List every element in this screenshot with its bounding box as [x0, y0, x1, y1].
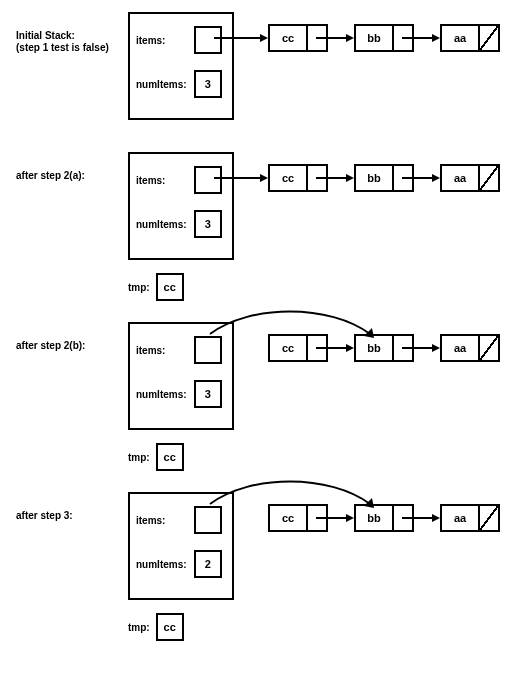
tmp-field: tmp: cc [128, 612, 184, 642]
numitems-field: numItems: 3 [136, 70, 228, 100]
tmp-value: cc [156, 613, 184, 641]
node-data: aa [442, 506, 480, 530]
list-node: cc [268, 24, 328, 52]
stage-label: after step 2(a): [16, 170, 126, 182]
tmp-label: tmp: [128, 282, 150, 293]
stage-label: after step 3: [16, 510, 126, 522]
items-label: items: [136, 345, 191, 356]
svg-marker-7 [260, 174, 268, 182]
list-node-last: aa [440, 504, 500, 532]
items-label: items: [136, 175, 191, 186]
numitems-field: numItems: 3 [136, 380, 228, 410]
node-data: aa [442, 336, 480, 360]
svg-marker-16 [432, 344, 440, 352]
stage-step2b: after step 2(b): items: numItems: 3 cc b… [0, 310, 520, 480]
numitems-value: 3 [194, 70, 222, 98]
node-next-null [480, 506, 498, 530]
node-next-null [480, 26, 498, 50]
items-field: items: [136, 336, 228, 366]
numitems-label: numItems: [136, 219, 191, 230]
svg-marker-3 [346, 34, 354, 42]
svg-marker-14 [346, 344, 354, 352]
node-next-ptr [394, 506, 412, 530]
node-next-ptr [394, 26, 412, 50]
list-node-last: aa [440, 334, 500, 362]
numitems-value: 2 [194, 550, 222, 578]
list-node: bb [354, 334, 414, 362]
node-next-ptr [394, 166, 412, 190]
svg-marker-11 [432, 174, 440, 182]
tmp-value: cc [156, 443, 184, 471]
svg-marker-1 [260, 34, 268, 42]
list-node: cc [268, 164, 328, 192]
list-node: cc [268, 504, 328, 532]
stack-object: items: numItems: 3 [128, 12, 234, 120]
items-field: items: [136, 166, 228, 196]
svg-marker-19 [346, 514, 354, 522]
stack-object: items: numItems: 3 [128, 322, 234, 430]
tmp-value: cc [156, 273, 184, 301]
tmp-label: tmp: [128, 452, 150, 463]
stage-label: after step 2(b): [16, 340, 126, 352]
stage-label-line1: after step 3: [16, 510, 73, 521]
node-data: cc [270, 166, 308, 190]
items-pointer-box [194, 336, 222, 364]
svg-marker-9 [346, 174, 354, 182]
node-data: cc [270, 506, 308, 530]
stage-step3: after step 3: items: numItems: 2 cc bb a… [0, 480, 520, 650]
numitems-label: numItems: [136, 559, 191, 570]
stage-initial: Initial Stack: (step 1 test is false) it… [0, 0, 520, 140]
items-field: items: [136, 26, 228, 56]
numitems-value: 3 [194, 380, 222, 408]
numitems-value: 3 [194, 210, 222, 238]
items-label: items: [136, 35, 191, 46]
list-node: bb [354, 24, 414, 52]
list-node: cc [268, 334, 328, 362]
items-pointer-box [194, 26, 222, 54]
node-data: aa [442, 166, 480, 190]
items-label: items: [136, 515, 191, 526]
svg-marker-21 [432, 514, 440, 522]
node-data: cc [270, 26, 308, 50]
node-next-ptr [308, 166, 326, 190]
node-data: bb [356, 336, 394, 360]
items-pointer-box [194, 166, 222, 194]
list-node-last: aa [440, 164, 500, 192]
node-data: aa [442, 26, 480, 50]
node-data: bb [356, 506, 394, 530]
node-data: bb [356, 166, 394, 190]
list-node: bb [354, 504, 414, 532]
stage-label-line1: after step 2(a): [16, 170, 85, 181]
node-data: cc [270, 336, 308, 360]
stack-object: items: numItems: 2 [128, 492, 234, 600]
tmp-field: tmp: cc [128, 272, 184, 302]
numitems-field: numItems: 3 [136, 210, 228, 240]
numitems-label: numItems: [136, 79, 191, 90]
list-node-last: aa [440, 24, 500, 52]
node-data: bb [356, 26, 394, 50]
stage-step2a: after step 2(a): items: numItems: 3 cc b… [0, 140, 520, 310]
stage-label: Initial Stack: (step 1 test is false) [16, 30, 126, 54]
stack-object: items: numItems: 3 [128, 152, 234, 260]
node-next-ptr [394, 336, 412, 360]
node-next-null [480, 336, 498, 360]
numitems-field: numItems: 2 [136, 550, 228, 580]
stage-label-line1: Initial Stack: [16, 30, 75, 41]
items-field: items: [136, 506, 228, 536]
node-next-null [480, 166, 498, 190]
tmp-field: tmp: cc [128, 442, 184, 472]
stage-label-line2: (step 1 test is false) [16, 42, 109, 53]
tmp-label: tmp: [128, 622, 150, 633]
numitems-label: numItems: [136, 389, 191, 400]
node-next-ptr [308, 26, 326, 50]
items-pointer-box [194, 506, 222, 534]
svg-marker-5 [432, 34, 440, 42]
node-next-ptr [308, 336, 326, 360]
stage-label-line1: after step 2(b): [16, 340, 85, 351]
list-node: bb [354, 164, 414, 192]
node-next-ptr [308, 506, 326, 530]
arrows-overlay [0, 0, 520, 140]
